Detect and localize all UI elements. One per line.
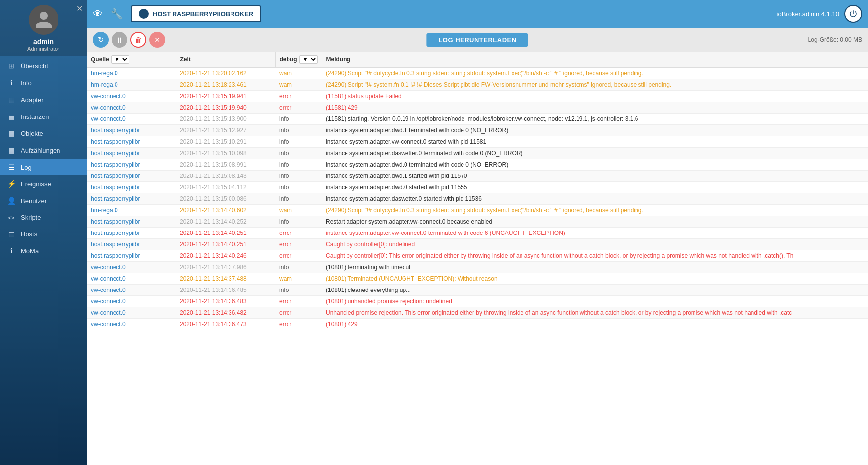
refresh-button[interactable]: ↻ <box>93 32 109 48</box>
avatar <box>29 5 58 35</box>
main-content: 👁 🔧 HOST RASPBERRYPIIOBROKER ioBroker.ad… <box>87 0 868 465</box>
table-row: vw-connect.02020-11-21 13:14:36.482error… <box>87 307 868 319</box>
cell-level: warn <box>275 205 322 216</box>
table-row: host.raspberrypiibr2020-11-21 13:15:12.9… <box>87 125 868 136</box>
cell-source[interactable]: vw-connect.0 <box>87 307 176 319</box>
cell-level: error <box>275 91 322 102</box>
cell-source[interactable]: vw-connect.0 <box>87 262 176 273</box>
sidebar-item-log[interactable]: ☰ Log <box>0 159 87 175</box>
cell-level: info <box>275 216 322 228</box>
log-table-wrapper[interactable]: Quelle ▼ Zeit debug ▼ <box>87 52 868 465</box>
sidebar-username: admin <box>33 38 54 46</box>
table-row: vw-connect.02020-11-21 13:15:19.941error… <box>87 91 868 102</box>
cell-level: warn <box>275 273 322 285</box>
cell-level: info <box>275 114 322 125</box>
cell-time: 2020-11-21 13:15:04.112 <box>176 182 275 193</box>
cell-level: info <box>275 285 322 296</box>
cell-source[interactable]: host.raspberrypiibr <box>87 125 176 136</box>
cell-message: (24290) Script "!# dutycycle.fn 0.3 stri… <box>322 67 868 79</box>
sidebar-item-instanzen[interactable]: ▤ Instanzen <box>0 108 87 125</box>
cell-level: info <box>275 159 322 171</box>
sidebar-item-skripte[interactable]: <> Skripte <box>0 209 87 226</box>
cell-time: 2020-11-21 13:15:08.143 <box>176 171 275 182</box>
level-filter-select[interactable]: ▼ <box>299 55 318 64</box>
cell-message: Unhandled promise rejection. This error … <box>322 307 868 319</box>
host-button[interactable]: HOST RASPBERRYPIIOBROKER <box>131 5 261 22</box>
cell-source[interactable]: vw-connect.0 <box>87 102 176 114</box>
cell-source[interactable]: host.raspberrypiibr <box>87 171 176 182</box>
cell-source[interactable]: hm-rega.0 <box>87 67 176 79</box>
sidebar-item-hosts[interactable]: ▤ Hosts <box>0 226 87 242</box>
cell-time: 2020-11-21 13:14:36.482 <box>176 307 275 319</box>
cell-message: Restart adapter system.adapter.vw-connec… <box>322 216 868 228</box>
cell-level: warn <box>275 79 322 91</box>
sidebar-item-benutzer[interactable]: 👤 Benutzer <box>0 192 87 209</box>
cell-level: error <box>275 307 322 319</box>
cell-time: 2020-11-21 13:14:40.251 <box>176 228 275 239</box>
cell-message: (24290) Script "!# dutycycle.fn 0.3 stri… <box>322 205 868 216</box>
sidebar-item-ereignisse[interactable]: ⚡ Ereignisse <box>0 175 87 192</box>
download-log-button[interactable]: LOG HERUNTERLADEN <box>426 33 528 47</box>
cell-source[interactable]: vw-connect.0 <box>87 285 176 296</box>
delete-file-button[interactable]: ✕ <box>149 32 165 48</box>
cell-source[interactable]: host.raspberrypiibr <box>87 159 176 171</box>
cell-source[interactable]: hm-rega.0 <box>87 205 176 216</box>
cell-source[interactable]: host.raspberrypiibr <box>87 216 176 228</box>
table-row: vw-connect.02020-11-21 13:14:36.473error… <box>87 319 868 330</box>
cell-message: (10801) terminating with timeout <box>322 262 868 273</box>
cell-message: instance system.adapter.vw-connect.0 sta… <box>322 136 868 148</box>
cell-time: 2020-11-21 13:20:02.162 <box>176 67 275 79</box>
cell-source[interactable]: vw-connect.0 <box>87 91 176 102</box>
sidebar-item-aufzaehlungen[interactable]: ▤ Aufzählungen <box>0 142 87 159</box>
table-row: host.raspberrypiibr2020-11-21 13:14:40.2… <box>87 228 868 239</box>
cell-source[interactable]: host.raspberrypiibr <box>87 136 176 148</box>
cell-time: 2020-11-21 13:14:36.483 <box>176 296 275 307</box>
wrench-icon[interactable]: 🔧 <box>111 8 123 20</box>
cell-message: instance system.adapter.dwd.1 started wi… <box>322 171 868 182</box>
skripte-icon: <> <box>7 215 16 221</box>
col-header-source: Quelle ▼ <box>87 52 176 67</box>
table-row: hm-rega.02020-11-21 13:14:40.602warn(242… <box>87 205 868 216</box>
cell-source[interactable]: host.raspberrypiibr <box>87 239 176 250</box>
benutzer-icon: 👤 <box>7 197 16 205</box>
power-button[interactable] <box>844 5 862 23</box>
table-row: vw-connect.02020-11-21 13:14:36.485info(… <box>87 285 868 296</box>
table-row: host.raspberrypiibr2020-11-21 13:14:40.2… <box>87 216 868 228</box>
cell-source[interactable]: host.raspberrypiibr <box>87 182 176 193</box>
cell-level: info <box>275 182 322 193</box>
eye-icon[interactable]: 👁 <box>93 8 103 20</box>
log-size-label: Log-Größe: 0,00 MB <box>808 36 862 43</box>
cell-time: 2020-11-21 13:14:40.246 <box>176 250 275 262</box>
sidebar-item-uebersicht[interactable]: ⊞ Übersicht <box>0 58 87 74</box>
cell-source[interactable]: hm-rega.0 <box>87 79 176 91</box>
cell-message: (11581) status update Failed <box>322 91 868 102</box>
hosts-icon: ▤ <box>7 230 16 238</box>
cell-time: 2020-11-21 13:14:36.473 <box>176 319 275 330</box>
cell-source[interactable]: vw-connect.0 <box>87 296 176 307</box>
delete-button[interactable]: 🗑 <box>130 32 146 48</box>
cell-source[interactable]: host.raspberrypiibr <box>87 193 176 205</box>
sidebar-item-label: Objekte <box>21 130 43 137</box>
source-filter-select[interactable]: ▼ <box>111 55 129 64</box>
sidebar-item-label: Hosts <box>21 231 37 238</box>
cell-time: 2020-11-21 13:15:10.291 <box>176 136 275 148</box>
cell-source[interactable]: vw-connect.0 <box>87 273 176 285</box>
sidebar-header: ✕ admin Administrator <box>0 0 87 56</box>
sidebar-item-objekte[interactable]: ▤ Objekte <box>0 125 87 142</box>
sidebar-item-moma[interactable]: ℹ MoMa <box>0 242 87 259</box>
cell-message: (24290) Script "!# system.fn 0.1 !# !# D… <box>322 79 868 91</box>
cell-level: error <box>275 250 322 262</box>
sidebar-item-info[interactable]: ℹ Info <box>0 74 87 91</box>
pause-button[interactable]: ⏸ <box>112 32 127 48</box>
log-toolbar: ↻ ⏸ 🗑 ✕ LOG HERUNTERLADEN Log-Größe: 0,0… <box>87 28 868 52</box>
close-icon[interactable]: ✕ <box>76 4 83 13</box>
cell-level: info <box>275 171 322 182</box>
cell-source[interactable]: vw-connect.0 <box>87 319 176 330</box>
cell-source[interactable]: host.raspberrypiibr <box>87 228 176 239</box>
table-row: host.raspberrypiibr2020-11-21 13:15:00.0… <box>87 193 868 205</box>
cell-source[interactable]: vw-connect.0 <box>87 114 176 125</box>
sidebar-item-adapter[interactable]: ▦ Adapter <box>0 91 87 108</box>
cell-source[interactable]: host.raspberrypiibr <box>87 250 176 262</box>
cell-source[interactable]: host.raspberrypiibr <box>87 148 176 159</box>
cell-time: 2020-11-21 13:15:08.991 <box>176 159 275 171</box>
